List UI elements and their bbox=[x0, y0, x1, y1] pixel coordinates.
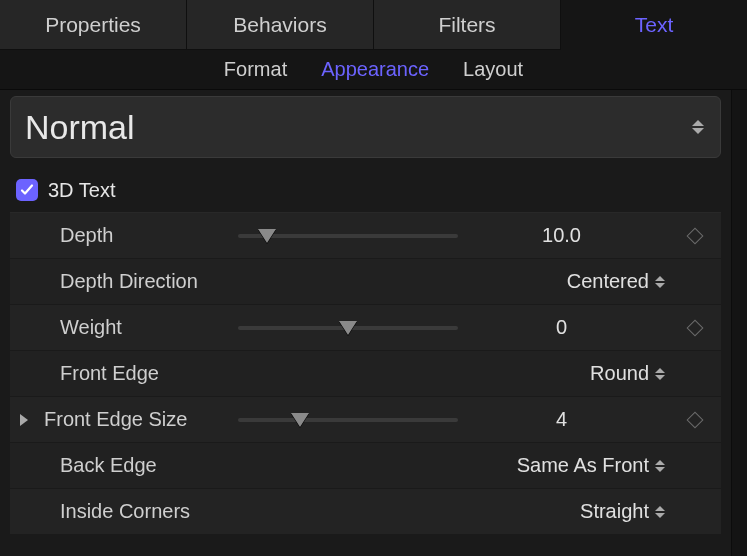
value-depth[interactable]: 10.0 bbox=[458, 224, 675, 247]
param-label: Back Edge bbox=[38, 454, 238, 477]
preset-label: Normal bbox=[25, 108, 135, 147]
checkbox-3d-text[interactable] bbox=[16, 179, 38, 201]
param-front-edge-size: Front Edge Size 4 bbox=[10, 397, 721, 443]
popup-inside-corners[interactable]: Straight bbox=[458, 500, 675, 523]
scrollbar[interactable] bbox=[731, 90, 747, 556]
param-label: Depth Direction bbox=[38, 270, 238, 293]
updown-icon bbox=[655, 460, 665, 472]
subtab-format[interactable]: Format bbox=[224, 58, 287, 81]
tab-properties[interactable]: Properties bbox=[0, 0, 187, 50]
diamond-icon bbox=[687, 411, 704, 428]
slider-depth[interactable] bbox=[238, 226, 458, 246]
diamond-icon bbox=[687, 227, 704, 244]
param-front-edge: Front Edge Round bbox=[10, 351, 721, 397]
slider-weight[interactable] bbox=[238, 318, 458, 338]
slider-thumb-icon[interactable] bbox=[258, 229, 276, 243]
slider-thumb-icon[interactable] bbox=[339, 321, 357, 335]
updown-icon bbox=[655, 506, 665, 518]
triangle-right-icon bbox=[20, 414, 28, 426]
disclosure-front-edge-size[interactable] bbox=[10, 414, 38, 426]
param-depth-direction: Depth Direction Centered bbox=[10, 259, 721, 305]
updown-icon bbox=[655, 368, 665, 380]
param-back-edge: Back Edge Same As Front bbox=[10, 443, 721, 489]
param-label: Weight bbox=[38, 316, 238, 339]
updown-icon bbox=[692, 120, 704, 134]
param-label: Inside Corners bbox=[38, 500, 238, 523]
text-style-preset-popup[interactable]: Normal bbox=[10, 96, 721, 158]
diamond-icon bbox=[687, 319, 704, 336]
param-label: Front Edge Size bbox=[38, 408, 238, 431]
keyframe-front-edge-size[interactable] bbox=[675, 414, 715, 426]
param-list: Depth 10.0 Depth Direction Centered Weig… bbox=[10, 212, 721, 535]
subtab-layout[interactable]: Layout bbox=[463, 58, 523, 81]
updown-icon bbox=[655, 276, 665, 288]
param-inside-corners: Inside Corners Straight bbox=[10, 489, 721, 535]
value-weight[interactable]: 0 bbox=[458, 316, 675, 339]
popup-front-edge[interactable]: Round bbox=[458, 362, 675, 385]
keyframe-weight[interactable] bbox=[675, 322, 715, 334]
slider-front-edge-size[interactable] bbox=[238, 410, 458, 430]
section-title: 3D Text bbox=[48, 179, 115, 202]
popup-depth-direction[interactable]: Centered bbox=[458, 270, 675, 293]
popup-back-edge[interactable]: Same As Front bbox=[458, 454, 675, 477]
value-front-edge-size[interactable]: 4 bbox=[458, 408, 675, 431]
tab-text[interactable]: Text bbox=[561, 0, 747, 50]
slider-thumb-icon[interactable] bbox=[291, 413, 309, 427]
text-subtab-bar: Format Appearance Layout bbox=[0, 50, 747, 90]
section-3d-text: 3D Text bbox=[10, 172, 721, 208]
param-depth: Depth 10.0 bbox=[10, 213, 721, 259]
tab-filters[interactable]: Filters bbox=[374, 0, 561, 50]
param-label: Depth bbox=[38, 224, 238, 247]
param-weight: Weight 0 bbox=[10, 305, 721, 351]
inspector-tab-bar: Properties Behaviors Filters Text bbox=[0, 0, 747, 50]
tab-behaviors[interactable]: Behaviors bbox=[187, 0, 374, 50]
keyframe-depth[interactable] bbox=[675, 230, 715, 242]
subtab-appearance[interactable]: Appearance bbox=[321, 58, 429, 81]
param-label: Front Edge bbox=[38, 362, 238, 385]
